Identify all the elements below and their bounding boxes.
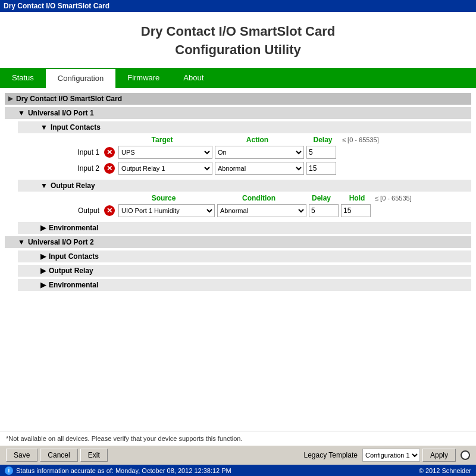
input1-label: Input 1 (57, 148, 104, 156)
output1-hold-field[interactable] (341, 204, 371, 217)
apply-button[interactable]: Apply (422, 449, 456, 462)
col-delay-out-header: Delay (303, 194, 339, 202)
info-icon: i (5, 466, 13, 475)
bottom-bar: Save Cancel Exit Legacy Template Configu… (0, 446, 476, 465)
col-out-hint: ≤ [0 - 65535] (375, 195, 412, 202)
environmental1-label: Environmental (49, 224, 98, 232)
input-contacts2-header[interactable]: ▶ Input Contacts (18, 250, 471, 262)
input1-action-select[interactable]: On Off Abnormal Normal (215, 146, 304, 159)
output1-condition-select[interactable]: Abnormal Normal Low High (217, 204, 306, 217)
save-button[interactable]: Save (6, 449, 37, 462)
col-target-header: Target (113, 136, 211, 144)
tab-status[interactable]: Status (0, 68, 46, 88)
main-section-label: Dry Contact I/O SmartSlot Card (16, 95, 122, 103)
col-action-header: Action (211, 136, 303, 144)
app-title: Dry Contact I/O SmartSlot Card Configura… (0, 23, 476, 60)
main-section-header[interactable]: ▶ Dry Contact I/O SmartSlot Card (5, 93, 471, 105)
output-relay2-header[interactable]: ▶ Output Relay (18, 265, 471, 277)
nav-tabs: Status Configuration Firmware About (0, 68, 476, 88)
col-condition-header: Condition (214, 194, 303, 202)
output1-delay-field[interactable] (309, 204, 339, 217)
environmental1-header[interactable]: ▶ Environmental (18, 222, 471, 234)
legacy-label: Legacy Template (303, 451, 358, 459)
tab-firmware[interactable]: Firmware (115, 68, 171, 88)
input1-target-select[interactable]: UPS Output Relay 1 Output Relay 2 Email (118, 146, 212, 159)
cancel-button[interactable]: Cancel (40, 449, 77, 462)
output-relay2-label: Output Relay (49, 267, 93, 275)
port1-arrow: ▼ (18, 109, 25, 117)
footer-note: *Not available on all devices. Please ve… (0, 431, 476, 446)
environmental2-header[interactable]: ▶ Environmental (18, 279, 471, 291)
output1-source-select[interactable]: UIO Port 1 Humidity UIO Port 1 Temp UIO … (118, 204, 215, 217)
main-content: ▶ Dry Contact I/O SmartSlot Card ▼ Unive… (0, 88, 476, 431)
environmental2-arrow: ▶ (40, 281, 46, 289)
port2-header[interactable]: ▼ Universal I/O Port 2 (5, 236, 471, 248)
col-hint: ≤ [0 - 65535] (342, 136, 379, 143)
port2-arrow: ▼ (18, 238, 25, 246)
app-header: Dry Contact I/O SmartSlot Card Configura… (0, 12, 476, 68)
output-relay2-arrow: ▶ (40, 267, 46, 275)
title-bar-text: Dry Contact I/O SmartSlot Card (4, 2, 109, 10)
input2-action-select[interactable]: On Off Abnormal Normal (215, 162, 304, 175)
input2-error-icon[interactable]: ✕ (104, 163, 115, 174)
radio-indicator (461, 450, 470, 460)
output1-error-icon[interactable]: ✕ (104, 205, 115, 216)
input2-row: Input 2 ✕ UPS Output Relay 1 Output Rela… (51, 162, 471, 175)
input-contacts2-label: Input Contacts (49, 252, 99, 261)
input1-error-icon[interactable]: ✕ (104, 147, 115, 158)
status-message: Status information accurate as of: Monda… (16, 467, 231, 474)
input2-label: Input 2 (57, 164, 104, 173)
input2-delay-field[interactable] (306, 162, 336, 175)
input1-delay-field[interactable] (306, 146, 336, 159)
environmental1-arrow: ▶ (40, 224, 46, 232)
copyright: © 2012 Schneider (419, 467, 471, 474)
legacy-template-select[interactable]: Configuration 1 (362, 449, 420, 462)
input1-row: Input 1 ✕ UPS Output Relay 1 Output Rela… (51, 146, 471, 159)
input-contacts2-arrow: ▶ (40, 252, 46, 261)
output-relay-header[interactable]: ▼ Output Relay (18, 180, 471, 192)
output-relay-arrow: ▼ (40, 181, 48, 190)
main-section-arrow: ▶ (8, 95, 13, 102)
output-relay-label: Output Relay (51, 181, 95, 190)
input-contacts-label: Input Contacts (51, 123, 101, 131)
exit-button[interactable]: Exit (80, 449, 108, 462)
port1-header[interactable]: ▼ Universal I/O Port 1 (5, 107, 471, 119)
environmental2-label: Environmental (49, 281, 98, 289)
input-contacts-arrow: ▼ (40, 123, 48, 131)
col-hold-header: Hold (339, 194, 375, 202)
status-bar: i Status information accurate as of: Mon… (0, 465, 476, 476)
port2-label: Universal I/O Port 2 (28, 238, 94, 246)
status-left: i Status information accurate as of: Mon… (5, 466, 231, 475)
col-delay-header: Delay (303, 136, 342, 144)
port1-label: Universal I/O Port 1 (28, 109, 94, 117)
input-contacts-header[interactable]: ▼ Input Contacts (18, 121, 471, 133)
col-source-header: Source (113, 194, 214, 202)
tab-configuration[interactable]: Configuration (46, 68, 115, 88)
tab-about[interactable]: About (171, 68, 215, 88)
output1-label: Output (57, 206, 104, 215)
title-bar: Dry Contact I/O SmartSlot Card (0, 0, 476, 12)
output1-row: Output ✕ UIO Port 1 Humidity UIO Port 1 … (51, 204, 471, 217)
input2-target-select[interactable]: UPS Output Relay 1 Output Relay 2 Email (118, 162, 212, 175)
